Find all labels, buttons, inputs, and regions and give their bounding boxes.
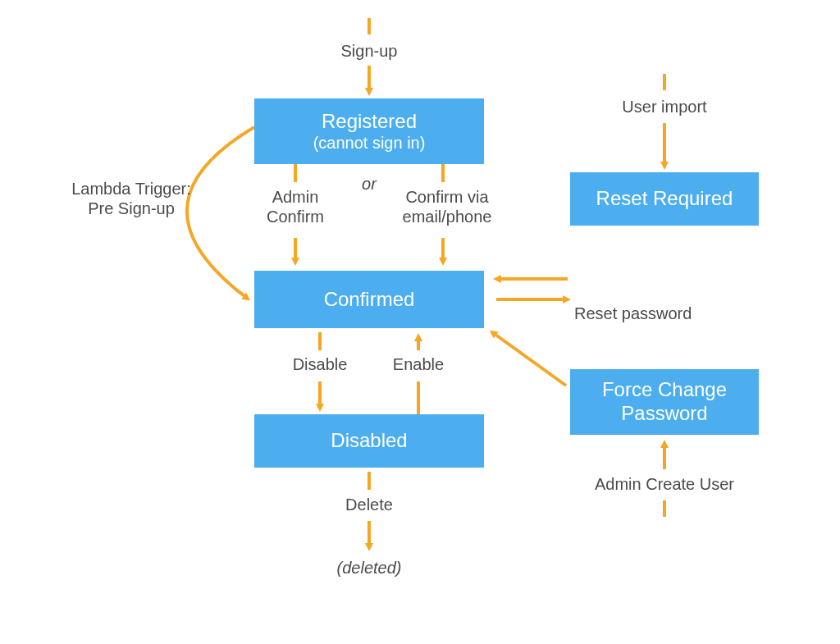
label-lambda-trigger-l1: Lambda Trigger: — [71, 180, 191, 198]
state-force-change-password: Force Change Password — [570, 369, 759, 435]
label-user-import: User import — [607, 97, 722, 116]
state-registered: Registered (cannot sign in) — [254, 98, 484, 164]
label-or: or — [353, 174, 386, 194]
label-deleted: (deleted) — [316, 558, 422, 578]
label-confirm-email: Confirm via email/phone — [390, 187, 504, 226]
label-disable: Disable — [275, 354, 365, 374]
state-reset-required: Reset Required — [570, 172, 759, 226]
label-confirm-email-l2: email/phone — [403, 208, 492, 226]
state-registered-subtitle: (cannot sign in) — [313, 133, 426, 153]
svg-line-10 — [492, 332, 566, 386]
label-admin-confirm-l2: Confirm — [267, 208, 324, 226]
state-confirmed: Confirmed — [254, 271, 484, 328]
label-reset-password: Reset password — [574, 304, 722, 323]
label-lambda-trigger: Lambda Trigger: Pre Sign-up — [49, 179, 213, 218]
label-lambda-trigger-l2: Pre Sign-up — [88, 199, 175, 217]
label-admin-confirm: Admin Confirm — [250, 187, 340, 226]
label-admin-create-user: Admin Create User — [574, 474, 755, 494]
label-admin-confirm-l1: Admin — [272, 188, 319, 206]
state-force-change-password-l2: Password — [621, 402, 707, 426]
state-registered-title: Registered — [322, 110, 417, 134]
state-reset-required-title: Reset Required — [596, 187, 733, 211]
state-force-change-password-l1: Force Change — [602, 378, 727, 402]
label-sign-up: Sign-up — [328, 41, 410, 61]
state-disabled: Disabled — [254, 414, 484, 468]
state-confirmed-title: Confirmed — [324, 288, 415, 312]
label-delete: Delete — [328, 495, 410, 514]
label-enable: Enable — [373, 354, 463, 374]
label-confirm-email-l1: Confirm via — [405, 188, 488, 206]
state-disabled-title: Disabled — [331, 429, 407, 453]
